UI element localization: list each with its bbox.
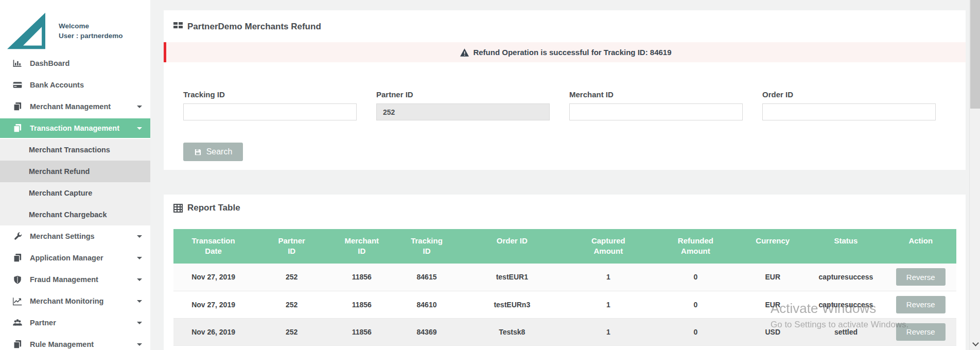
cell-transaction-date: Nov 27, 2019 bbox=[173, 291, 253, 318]
report-table-card: Report Table Transaction Date Partner ID… bbox=[164, 195, 966, 350]
sidebar-subitem-merchant-capture[interactable]: Merchant Capture bbox=[0, 182, 150, 204]
sidebar-item-transaction-management[interactable]: Transaction Management bbox=[0, 118, 150, 138]
wrench-icon bbox=[12, 231, 23, 241]
reverse-button[interactable]: Reverse bbox=[896, 296, 946, 313]
grid-icon bbox=[173, 22, 183, 31]
cell-tracking-id: 84369 bbox=[393, 318, 460, 345]
scrollbar-thumb[interactable] bbox=[970, 0, 980, 109]
cell-order-id: testEURn3 bbox=[460, 291, 564, 318]
col-transaction-date: Transaction Date bbox=[173, 229, 253, 264]
scrollbar-down-arrow-icon[interactable] bbox=[973, 341, 977, 345]
sidebar-subitem-label: Merchant Capture bbox=[29, 189, 92, 197]
cell-captured-amount: 1 bbox=[564, 264, 653, 291]
sidebar-item-label: Bank Accounts bbox=[30, 81, 84, 89]
cell-refunded-amount: 0 bbox=[653, 318, 739, 345]
partner-id-input bbox=[376, 103, 550, 120]
sidebar-item-merchant-settings[interactable]: Merchant Settings bbox=[0, 225, 150, 247]
reverse-button[interactable]: Reverse bbox=[896, 268, 946, 286]
report-table: Transaction Date Partner ID Merchant ID … bbox=[173, 229, 956, 350]
sidebar-item-merchant-monitoring[interactable]: Merchant Monitoring bbox=[0, 290, 150, 312]
sidebar-subitem-label: Merchant Transactions bbox=[29, 146, 110, 154]
credit-card-icon bbox=[12, 80, 23, 90]
sidebar-item-label: Transaction Management bbox=[30, 124, 119, 132]
sidebar-header: Welcome User : partnerdemo bbox=[0, 0, 150, 52]
save-icon bbox=[194, 148, 202, 156]
col-merchant-id: Merchant ID bbox=[330, 229, 393, 264]
alert-message: Refund Operation is successful for Track… bbox=[473, 48, 671, 57]
sidebar-subitem-label: Merchant Refund bbox=[29, 167, 90, 176]
table-row-partial: Reverse bbox=[173, 345, 956, 350]
table-icon bbox=[173, 204, 183, 213]
warning-icon bbox=[460, 48, 469, 57]
sidebar-item-label: Merchant Monitoring bbox=[30, 297, 103, 305]
cell-refunded-amount: 0 bbox=[653, 291, 739, 318]
cell-merchant-id: 11856 bbox=[330, 264, 393, 291]
merchant-id-group: Merchant ID bbox=[569, 90, 743, 120]
sidebar-subitem-merchant-refund[interactable]: Merchant Refund bbox=[0, 161, 150, 182]
col-action: Action bbox=[885, 229, 957, 264]
sidebar-item-fraud-management[interactable]: Fraud Management bbox=[0, 269, 150, 290]
sidebar-item-rule-management[interactable]: Rule Management bbox=[0, 334, 150, 350]
sidebar-subitem-merchant-chargeback[interactable]: Merchant Chargeback bbox=[0, 204, 150, 225]
cell-partner-id: 252 bbox=[253, 318, 330, 345]
sidebar-subitem-merchant-transactions[interactable]: Merchant Transactions bbox=[0, 139, 150, 161]
welcome-line1: Welcome bbox=[59, 21, 123, 31]
cell-partner-id: 252 bbox=[253, 264, 330, 291]
cell-partner-id: 252 bbox=[253, 291, 330, 318]
documents-icon bbox=[12, 101, 23, 112]
search-button-label: Search bbox=[206, 147, 233, 156]
chevron-down-icon bbox=[137, 127, 142, 130]
chevron-down-icon bbox=[137, 322, 142, 324]
partner-id-label: Partner ID bbox=[376, 90, 550, 99]
chevron-down-icon bbox=[137, 235, 142, 238]
vertical-scrollbar[interactable] bbox=[969, 0, 980, 350]
table-row: Nov 26, 2019 252 11856 84369 Testsk8 1 0… bbox=[173, 318, 956, 345]
sidebar-item-label: DashBoard bbox=[30, 59, 69, 67]
cell-status: capturesuccess bbox=[807, 291, 885, 318]
sidebar-item-label: Partner bbox=[30, 319, 56, 327]
sidebar-item-application-manager[interactable]: Application Manager bbox=[0, 247, 150, 269]
documents-icon bbox=[12, 123, 23, 133]
cell-currency: USD bbox=[739, 318, 807, 345]
transaction-management-submenu: Merchant Transactions Merchant Refund Me… bbox=[0, 139, 150, 225]
reverse-button[interactable]: Reverse bbox=[896, 323, 946, 341]
merchant-id-input[interactable] bbox=[569, 103, 743, 120]
partner-id-group: Partner ID bbox=[376, 90, 550, 120]
cell-captured-amount: 1 bbox=[564, 318, 653, 345]
order-id-input[interactable] bbox=[762, 103, 936, 120]
table-row: Nov 27, 2019 252 11856 84615 testEUR1 1 … bbox=[173, 264, 956, 291]
cell-merchant-id: 11856 bbox=[330, 291, 393, 318]
search-form: Tracking ID Partner ID Merchant ID Order… bbox=[183, 90, 946, 120]
sidebar-item-partner[interactable]: Partner bbox=[0, 312, 150, 334]
chevron-down-icon bbox=[137, 278, 142, 281]
page-title: PartnerDemo Merchants Refund bbox=[187, 22, 321, 32]
bar-chart-icon bbox=[12, 58, 23, 68]
cell-currency: EUR bbox=[739, 291, 807, 318]
tracking-id-label: Tracking ID bbox=[183, 90, 357, 99]
sidebar-item-merchant-management[interactable]: Merchant Management bbox=[0, 96, 150, 117]
users-icon bbox=[12, 318, 23, 328]
col-tracking-id: Tracking ID bbox=[393, 229, 460, 264]
chart-line-icon bbox=[12, 296, 23, 306]
sidebar-item-label: Application Manager bbox=[30, 254, 103, 262]
tracking-id-group: Tracking ID bbox=[183, 90, 357, 120]
sidebar-item-dashboard[interactable]: DashBoard bbox=[0, 52, 150, 74]
merchant-id-label: Merchant ID bbox=[569, 90, 743, 99]
cell-tracking-id: 84610 bbox=[393, 291, 460, 318]
tracking-id-input[interactable] bbox=[183, 103, 357, 120]
documents-icon bbox=[12, 253, 23, 263]
table-header-row: Transaction Date Partner ID Merchant ID … bbox=[173, 229, 956, 264]
col-currency: Currency bbox=[739, 229, 807, 264]
col-captured-amount: Captured Amount bbox=[564, 229, 653, 264]
col-partner-id: Partner ID bbox=[253, 229, 330, 264]
sidebar-item-bank-accounts[interactable]: Bank Accounts bbox=[0, 74, 150, 96]
cell-captured-amount: 1 bbox=[564, 291, 653, 318]
cell-order-id: Testsk8 bbox=[460, 318, 564, 345]
sidebar-item-label: Merchant Settings bbox=[30, 232, 95, 240]
welcome-text: Welcome User : partnerdemo bbox=[59, 21, 123, 41]
chevron-down-icon bbox=[137, 343, 142, 346]
col-refunded-amount: Refunded Amount bbox=[653, 229, 739, 264]
search-button[interactable]: Search bbox=[183, 143, 243, 161]
brand-logo-triangle-icon bbox=[6, 12, 46, 50]
cell-status: capturesuccess bbox=[807, 264, 885, 291]
